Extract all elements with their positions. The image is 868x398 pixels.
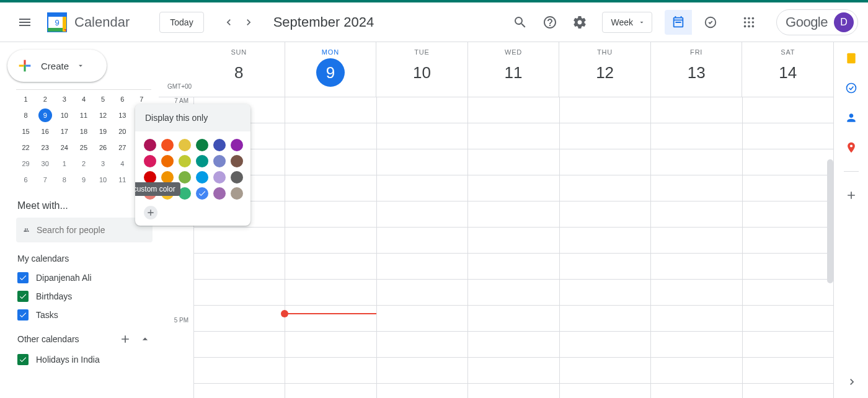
color-swatch[interactable] bbox=[161, 139, 174, 151]
calendar-item[interactable]: Tasks bbox=[17, 306, 159, 324]
time-slot[interactable] bbox=[743, 175, 833, 201]
time-slot[interactable] bbox=[743, 123, 833, 149]
time-slot[interactable] bbox=[468, 306, 559, 332]
mini-cal-day[interactable]: 1 bbox=[16, 91, 35, 107]
search-people-input[interactable] bbox=[37, 225, 145, 235]
time-slot[interactable] bbox=[560, 201, 650, 228]
calendar-checkbox[interactable] bbox=[17, 354, 29, 365]
time-slot[interactable] bbox=[743, 228, 833, 254]
day-number[interactable]: 8 bbox=[224, 58, 253, 87]
time-slot[interactable] bbox=[560, 97, 650, 123]
mini-cal-day[interactable]: 17 bbox=[55, 123, 74, 139]
day-number[interactable]: 14 bbox=[774, 58, 802, 87]
color-swatch[interactable] bbox=[161, 155, 174, 167]
time-slot[interactable] bbox=[560, 149, 650, 175]
mini-cal-day[interactable]: 2 bbox=[74, 156, 93, 172]
time-slot[interactable] bbox=[651, 201, 742, 228]
day-header[interactable]: FRI13 bbox=[650, 42, 742, 97]
day-column[interactable] bbox=[467, 97, 559, 398]
time-slot[interactable] bbox=[743, 332, 833, 358]
color-swatch[interactable] bbox=[144, 155, 156, 167]
account-chip[interactable]: Google D bbox=[776, 9, 858, 35]
create-button[interactable]: Create bbox=[7, 50, 107, 82]
mini-cal-day[interactable]: 4 bbox=[74, 91, 93, 107]
time-slot[interactable] bbox=[560, 123, 650, 149]
time-slot[interactable] bbox=[377, 201, 467, 228]
time-slot[interactable] bbox=[468, 358, 559, 384]
color-swatch[interactable] bbox=[213, 171, 226, 184]
color-swatch[interactable] bbox=[196, 139, 208, 151]
time-slot[interactable] bbox=[468, 254, 559, 280]
support-button[interactable] bbox=[538, 10, 562, 35]
calendar-view-toggle[interactable] bbox=[665, 10, 692, 35]
mini-cal-day[interactable]: 19 bbox=[94, 123, 113, 139]
mini-cal-day[interactable]: 26 bbox=[94, 139, 113, 156]
other-calendars-heading[interactable]: Other calendars bbox=[17, 334, 112, 344]
day-column[interactable] bbox=[742, 97, 833, 398]
color-swatch[interactable] bbox=[196, 171, 208, 184]
time-slot[interactable] bbox=[377, 254, 467, 280]
time-slot[interactable] bbox=[285, 254, 376, 280]
mini-cal-day[interactable]: 11 bbox=[74, 107, 93, 123]
day-header[interactable]: TUE10 bbox=[376, 42, 467, 97]
mini-cal-day[interactable]: 18 bbox=[74, 123, 93, 139]
mini-cal-day[interactable]: 15 bbox=[16, 123, 35, 139]
mini-cal-day[interactable]: 9 bbox=[74, 172, 93, 188]
time-slot[interactable] bbox=[468, 175, 559, 201]
time-slot[interactable] bbox=[651, 123, 742, 149]
mini-cal-day[interactable]: 6 bbox=[113, 91, 132, 107]
time-slot[interactable] bbox=[560, 358, 650, 384]
mini-cal-day[interactable]: 1 bbox=[55, 156, 74, 172]
time-slot[interactable] bbox=[743, 358, 833, 384]
google-apps-button[interactable] bbox=[737, 10, 761, 35]
mini-cal-day[interactable]: 9 bbox=[38, 108, 52, 122]
day-column[interactable] bbox=[559, 97, 650, 398]
keep-icon[interactable] bbox=[845, 52, 857, 64]
time-slot[interactable] bbox=[560, 254, 650, 280]
time-slot[interactable] bbox=[743, 280, 833, 306]
calendar-item[interactable]: Birthdays bbox=[17, 287, 159, 306]
time-slot[interactable] bbox=[468, 149, 559, 175]
time-slot[interactable] bbox=[194, 228, 285, 254]
time-slot[interactable] bbox=[377, 332, 467, 358]
mini-cal-day[interactable]: 10 bbox=[55, 107, 74, 123]
mini-cal-day[interactable]: 3 bbox=[94, 156, 113, 172]
mini-cal-day[interactable]: 24 bbox=[55, 139, 74, 156]
time-slot[interactable] bbox=[377, 123, 467, 149]
time-slot[interactable] bbox=[560, 228, 650, 254]
time-slot[interactable] bbox=[468, 332, 559, 358]
day-number[interactable]: 11 bbox=[499, 58, 528, 87]
color-swatch[interactable] bbox=[231, 187, 243, 200]
time-slot[interactable] bbox=[560, 306, 650, 332]
time-slot[interactable] bbox=[651, 228, 742, 254]
calendar-checkbox[interactable] bbox=[17, 309, 29, 321]
time-slot[interactable] bbox=[285, 201, 376, 228]
mini-cal-day[interactable]: 8 bbox=[16, 107, 35, 123]
day-header[interactable]: SAT14 bbox=[742, 42, 833, 97]
time-slot[interactable] bbox=[651, 254, 742, 280]
color-swatch[interactable] bbox=[144, 139, 156, 151]
mini-cal-day[interactable]: 20 bbox=[113, 123, 132, 139]
time-slot[interactable] bbox=[651, 280, 742, 306]
color-swatch[interactable] bbox=[196, 187, 208, 200]
color-swatch[interactable] bbox=[161, 171, 174, 184]
display-this-only-item[interactable]: Display this only bbox=[135, 104, 250, 131]
main-menu-button[interactable] bbox=[10, 7, 40, 37]
time-slot[interactable] bbox=[468, 123, 559, 149]
chevron-up-icon[interactable] bbox=[139, 333, 151, 345]
mini-cal-day[interactable]: 5 bbox=[94, 91, 113, 107]
mini-cal-day[interactable]: 11 bbox=[113, 172, 132, 188]
mini-cal-day[interactable]: 25 bbox=[74, 139, 93, 156]
mini-cal-day[interactable]: 29 bbox=[16, 156, 35, 172]
tasks-view-toggle[interactable] bbox=[697, 10, 724, 35]
time-slot[interactable] bbox=[743, 201, 833, 228]
time-slot[interactable] bbox=[560, 280, 650, 306]
time-slot[interactable] bbox=[194, 280, 285, 306]
day-header[interactable]: SUN8 bbox=[193, 42, 285, 97]
settings-button[interactable] bbox=[567, 10, 592, 35]
time-slot[interactable] bbox=[651, 97, 742, 123]
color-swatch[interactable] bbox=[179, 187, 191, 200]
color-swatch[interactable] bbox=[144, 171, 156, 184]
time-slot[interactable] bbox=[468, 97, 559, 123]
time-slot[interactable] bbox=[743, 149, 833, 175]
